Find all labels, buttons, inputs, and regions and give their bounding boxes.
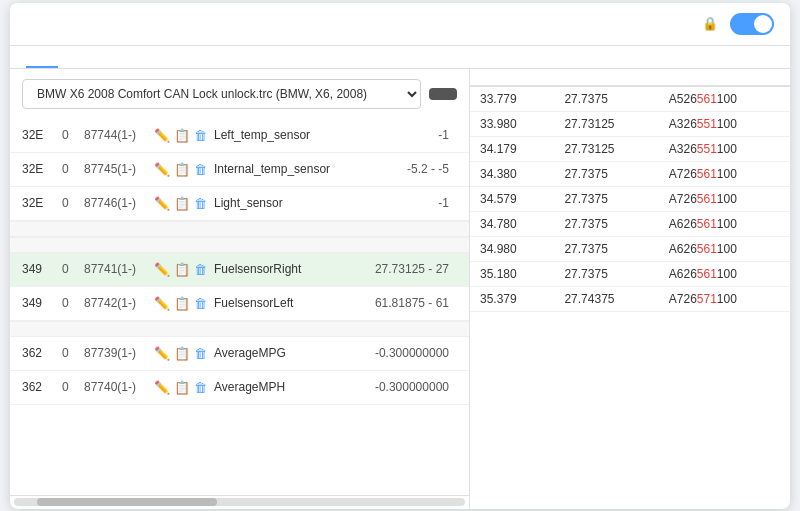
cell-time: 34.780 — [470, 211, 554, 236]
horizontal-scrollbar[interactable] — [10, 495, 469, 509]
left-table: 32E 0 87744(1-) ✏️ 📋 🗑 Left_temp_sensor … — [10, 119, 469, 495]
cell-time: 33.779 — [470, 86, 554, 112]
cell-raw: A726571100 — [659, 286, 790, 311]
edit-icon[interactable]: ✏️ — [154, 196, 170, 211]
table-row: 362 0 87739(1-) ✏️ 📋 🗑 AverageMPG -0.300… — [10, 337, 469, 371]
edit-icon[interactable]: ✏️ — [154, 128, 170, 143]
row-addr: 87741(1-) — [84, 262, 154, 276]
cell-value: 27.7375 — [554, 186, 658, 211]
copy-icon[interactable]: 📋 — [174, 162, 190, 177]
edit-icon[interactable]: ✏️ — [154, 346, 170, 361]
edit-icon[interactable]: ✏️ — [154, 262, 170, 277]
col-rawdata-header — [659, 69, 790, 86]
edit-icon[interactable]: ✏️ — [154, 296, 170, 311]
file-select[interactable]: BMW X6 2008 Comfort CAN Lock unlock.trc … — [22, 79, 421, 109]
row-num: 0 — [62, 162, 84, 176]
left-panel: BMW X6 2008 Comfort CAN Lock unlock.trc … — [10, 69, 470, 509]
row-value: -0.300000000 — [344, 346, 457, 360]
row-value: 27.73125 - 27 — [344, 262, 457, 276]
cell-raw: A526561100 — [659, 86, 790, 112]
row-num: 0 — [62, 128, 84, 142]
edit-icon[interactable]: ✏️ — [154, 380, 170, 395]
pgn-header-335 — [10, 221, 469, 237]
row-id: 32E — [22, 162, 62, 176]
delete-icon[interactable]: 🗑 — [194, 162, 207, 177]
col-time-header — [470, 69, 554, 86]
tab-parse-dbc[interactable] — [58, 46, 90, 68]
cell-time: 34.179 — [470, 136, 554, 161]
cell-raw: A326551100 — [659, 136, 790, 161]
copy-icon[interactable]: 📋 — [174, 196, 190, 211]
right-table-scroll[interactable]: 33.779 27.7375 A526561100 33.980 27.7312… — [470, 69, 790, 509]
copy-icon[interactable]: 📋 — [174, 262, 190, 277]
cell-raw: A726561100 — [659, 161, 790, 186]
row-addr: 87746(1-) — [84, 196, 154, 210]
delete-icon[interactable]: 🗑 — [194, 346, 207, 361]
copy-icon[interactable]: 📋 — [174, 296, 190, 311]
cell-time: 34.579 — [470, 186, 554, 211]
copy-icon[interactable]: 📋 — [174, 346, 190, 361]
row-num: 0 — [62, 380, 84, 394]
row-num: 0 — [62, 196, 84, 210]
tab-export-pdf[interactable] — [122, 46, 154, 68]
row-name: AverageMPG — [214, 346, 344, 360]
cell-time: 33.980 — [470, 111, 554, 136]
row-name: FuelsensorLeft — [214, 296, 344, 310]
delete-icon[interactable]: 🗑 — [194, 296, 207, 311]
row-icons: ✏️ 📋 🗑 — [154, 262, 214, 277]
copy-icon[interactable]: 📋 — [174, 380, 190, 395]
copy-icon[interactable]: 📋 — [174, 128, 190, 143]
filter-button[interactable] — [429, 88, 457, 100]
row-value: 61.81875 - 61 — [344, 296, 457, 310]
toggle-knob — [754, 15, 772, 33]
delete-icon[interactable]: 🗑 — [194, 262, 207, 277]
toolbar: BMW X6 2008 Comfort CAN Lock unlock.trc … — [10, 69, 469, 119]
cell-value: 27.73125 — [554, 136, 658, 161]
table-row: 35.180 27.7375 A626561100 — [470, 261, 790, 286]
edit-icon[interactable]: ✏️ — [154, 162, 170, 177]
cell-time: 34.380 — [470, 161, 554, 186]
row-addr: 87740(1-) — [84, 380, 154, 394]
row-name: Left_temp_sensor — [214, 128, 344, 142]
cell-value: 27.73125 — [554, 111, 658, 136]
table-row: 34.579 27.7375 A726561100 — [470, 186, 790, 211]
table-row: 34.980 27.7375 A626561100 — [470, 236, 790, 261]
right-table: 33.779 27.7375 A526561100 33.980 27.7312… — [470, 69, 790, 312]
row-icons: ✏️ 📋 🗑 — [154, 380, 214, 395]
pgn-header-362 — [10, 321, 469, 337]
delete-icon[interactable]: 🗑 — [194, 128, 207, 143]
row-id: 349 — [22, 296, 62, 310]
delete-icon[interactable]: 🗑 — [194, 380, 207, 395]
cell-value: 27.7375 — [554, 236, 658, 261]
h-scroll-track[interactable] — [14, 498, 465, 506]
tab-clone-dbc[interactable] — [90, 46, 122, 68]
cell-time: 35.180 — [470, 261, 554, 286]
cell-value: 27.7375 — [554, 211, 658, 236]
title-bar: 🔒 — [10, 3, 790, 46]
row-addr: 87745(1-) — [84, 162, 154, 176]
lock-icon: 🔒 — [702, 16, 718, 31]
row-id: 362 — [22, 346, 62, 360]
row-addr: 87744(1-) — [84, 128, 154, 142]
table-row: 32E 0 87746(1-) ✏️ 📋 🗑 Light_sensor -1 — [10, 187, 469, 221]
cell-value: 27.74375 — [554, 286, 658, 311]
private-toggle[interactable] — [730, 13, 774, 35]
row-icons: ✏️ 📋 🗑 — [154, 162, 214, 177]
right-table-header-row — [470, 69, 790, 86]
table-row: 349 0 87741(1-) ✏️ 📋 🗑 FuelsensorRight 2… — [10, 253, 469, 287]
cell-raw: A626561100 — [659, 236, 790, 261]
row-id: 32E — [22, 196, 62, 210]
tab-bmw-x1[interactable] — [26, 46, 58, 68]
cell-value: 27.7375 — [554, 161, 658, 186]
h-scroll-thumb[interactable] — [37, 498, 217, 506]
right-table-body: 33.779 27.7375 A526561100 33.980 27.7312… — [470, 86, 790, 312]
table-row: 35.379 27.74375 A726571100 — [470, 286, 790, 311]
delete-icon[interactable]: 🗑 — [194, 196, 207, 211]
cell-raw: A726561100 — [659, 186, 790, 211]
cell-raw: A326551100 — [659, 111, 790, 136]
row-id: 32E — [22, 128, 62, 142]
table-row: 34.780 27.7375 A626561100 — [470, 211, 790, 236]
tabs-bar — [10, 46, 790, 69]
row-value: -1 — [344, 196, 457, 210]
row-name: Light_sensor — [214, 196, 344, 210]
